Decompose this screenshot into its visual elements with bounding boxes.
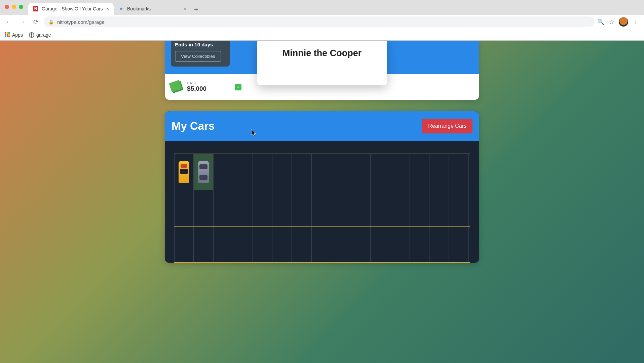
garage-slot[interactable] xyxy=(174,227,194,262)
tab-title: Bookmarks xyxy=(127,6,151,11)
garage-slot[interactable] xyxy=(214,190,233,226)
garage-slot[interactable] xyxy=(331,227,351,262)
apps-grid-icon xyxy=(5,32,10,38)
garage-slot[interactable] xyxy=(194,190,213,226)
window-controls xyxy=(5,5,23,9)
garage-slot[interactable] xyxy=(331,190,351,226)
garage-slot[interactable] xyxy=(371,227,390,262)
garage-row xyxy=(174,226,470,263)
close-window-button[interactable] xyxy=(5,5,9,9)
garage-slot[interactable] xyxy=(331,154,351,190)
garage-slot[interactable] xyxy=(233,190,253,226)
new-tab-button[interactable]: + xyxy=(191,5,201,15)
garage-slot[interactable] xyxy=(272,227,292,262)
garage-row xyxy=(174,154,470,190)
garage-slot[interactable] xyxy=(292,154,311,190)
bookmark-star-icon[interactable]: ☆ xyxy=(609,18,614,26)
garage-slot[interactable] xyxy=(253,190,272,226)
garage-row xyxy=(174,190,470,226)
page-viewport: Ends in 10 days View Collectibles CASH $… xyxy=(0,41,644,363)
forward-button[interactable]: → xyxy=(17,16,28,27)
back-button[interactable]: ← xyxy=(3,16,14,27)
view-collectibles-button[interactable]: View Collectibles xyxy=(175,51,221,62)
favicon-nitrotype-icon: N xyxy=(33,6,38,11)
globe-icon xyxy=(29,32,34,38)
lock-icon: 🔒 xyxy=(48,19,54,25)
profile-card: Ends in 10 days View Collectibles CASH $… xyxy=(165,41,479,100)
browser-chrome: N Garage - Show Off Your Cars × ★ Bookma… xyxy=(0,0,644,41)
garage-slot[interactable] xyxy=(312,190,331,226)
garage-slot[interactable] xyxy=(371,154,390,190)
garage-slot[interactable] xyxy=(214,227,233,262)
garage-slot[interactable] xyxy=(292,190,311,226)
garage-slot[interactable] xyxy=(253,154,272,190)
url-text: nitrotype.com/garage xyxy=(57,19,105,25)
garage-slot[interactable] xyxy=(351,190,371,226)
tab-close-icon[interactable]: × xyxy=(106,6,109,11)
car-minnie-cooper[interactable] xyxy=(198,161,209,183)
garage-slot[interactable] xyxy=(174,190,194,226)
reload-button[interactable]: ⟳ xyxy=(30,16,41,27)
garage-slot[interactable] xyxy=(410,190,429,226)
garage-slot[interactable] xyxy=(194,227,213,262)
url-host: nitrotype.com xyxy=(57,19,87,25)
garage-slot[interactable] xyxy=(174,154,194,190)
tab-garage[interactable]: N Garage - Show Off Your Cars × xyxy=(28,3,114,15)
garage-slot[interactable] xyxy=(292,227,311,262)
bookmark-label: garage xyxy=(36,32,51,38)
garage-slot[interactable] xyxy=(449,227,468,262)
browser-toolbar: ← → ⟳ 🔒 nitrotype.com/garage 🔍 ☆ ⋮ xyxy=(0,15,644,29)
garage-slot[interactable] xyxy=(410,227,429,262)
car-popup-title: Minnie the Cooper xyxy=(264,48,380,58)
car-yellow-hotrod[interactable] xyxy=(179,161,189,183)
tab-strip: N Garage - Show Off Your Cars × ★ Bookma… xyxy=(0,0,644,15)
favicon-star-icon: ★ xyxy=(118,6,124,11)
maximize-window-button[interactable] xyxy=(19,5,23,9)
tab-close-icon[interactable]: × xyxy=(184,6,186,11)
tabs: N Garage - Show Off Your Cars × ★ Bookma… xyxy=(28,0,201,15)
bookmark-label: Apps xyxy=(12,32,23,38)
bookmark-garage[interactable]: garage xyxy=(29,32,51,38)
garage-slot[interactable] xyxy=(371,190,390,226)
garage-slot[interactable] xyxy=(449,190,468,226)
rearrange-cars-button[interactable]: Rearrange Cars xyxy=(422,119,472,133)
garage-slot[interactable] xyxy=(429,154,449,190)
url-path: /garage xyxy=(87,19,105,25)
menu-icon[interactable]: ⋮ xyxy=(633,18,639,26)
garage-slot[interactable] xyxy=(214,154,233,190)
garage-slot[interactable] xyxy=(272,190,292,226)
search-icon[interactable]: 🔍 xyxy=(597,18,604,26)
bookmark-apps[interactable]: Apps xyxy=(5,32,23,38)
garage-slot[interactable] xyxy=(312,154,331,190)
minimize-window-button[interactable] xyxy=(12,5,16,9)
garage-slot[interactable] xyxy=(390,227,410,262)
garage-slot[interactable] xyxy=(233,227,253,262)
garage-slot[interactable] xyxy=(429,227,449,262)
my-cars-title: My Cars xyxy=(172,120,215,132)
event-box: Ends in 10 days View Collectibles xyxy=(171,41,230,67)
toolbar-right: 🔍 ☆ ⋮ xyxy=(597,17,641,27)
content-column: Ends in 10 days View Collectibles CASH $… xyxy=(165,41,479,363)
garage-slot[interactable] xyxy=(351,227,371,262)
profile-avatar[interactable] xyxy=(619,17,628,27)
garage-slot[interactable] xyxy=(390,190,410,226)
cash-value: $5,000 xyxy=(187,85,206,92)
garage-slot[interactable] xyxy=(272,154,292,190)
my-cars-card: My Cars Rearrange Cars xyxy=(165,111,479,263)
my-cars-header: My Cars Rearrange Cars xyxy=(165,111,479,141)
cash-label: CASH xyxy=(187,81,206,85)
garage-slot[interactable] xyxy=(351,154,371,190)
garage-slot[interactable] xyxy=(429,190,449,226)
garage-slot[interactable] xyxy=(410,154,429,190)
garage-slot[interactable] xyxy=(390,154,410,190)
add-cash-button[interactable]: + xyxy=(235,84,241,90)
garage-slot[interactable] xyxy=(449,154,468,190)
address-bar[interactable]: 🔒 nitrotype.com/garage xyxy=(44,16,595,27)
cash-text: CASH $5,000 xyxy=(187,81,206,92)
garage-slot[interactable] xyxy=(194,154,213,190)
garage-slot[interactable] xyxy=(312,227,331,262)
garage-slot[interactable] xyxy=(233,154,253,190)
garage-grid xyxy=(165,141,479,263)
garage-slot[interactable] xyxy=(253,227,272,262)
tab-bookmarks[interactable]: ★ Bookmarks × xyxy=(114,3,191,15)
